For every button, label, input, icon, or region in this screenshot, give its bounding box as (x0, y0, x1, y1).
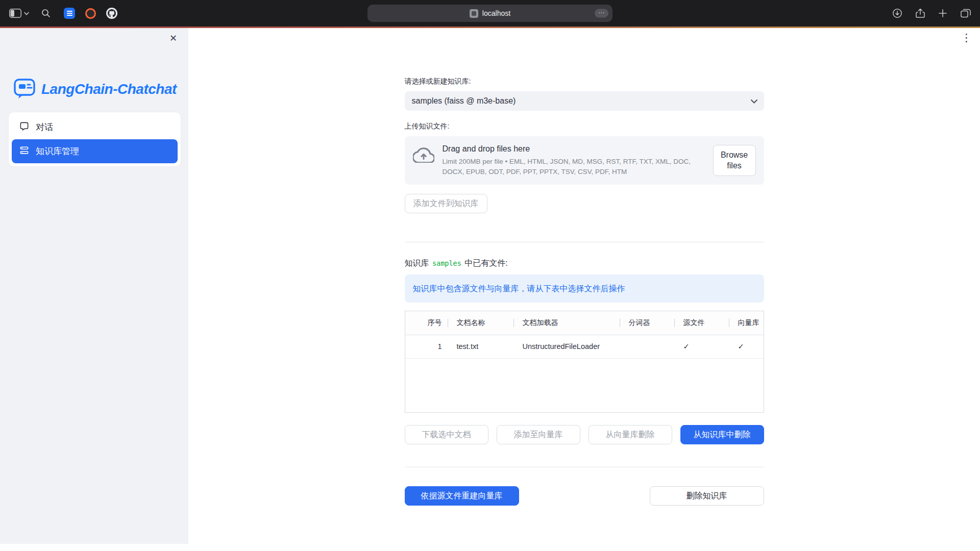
browser-chrome: localhost ⋯ (0, 0, 980, 27)
cell-loader: UnstructuredFileLoader (513, 335, 620, 358)
tab-overview-icon[interactable] (961, 9, 971, 18)
url-text: localhost (482, 9, 510, 17)
kb-bottom-buttons: 依据源文件重建向量库 删除知识库 (405, 486, 764, 506)
sidebar-nav: 对话 知识库管理 (9, 112, 181, 166)
rebuild-vector-store-button[interactable]: 依据源文件重建向量库 (405, 486, 519, 506)
cell-source-file-check: ✓ (674, 335, 729, 358)
divider (405, 242, 764, 242)
knowledge-base-icon (19, 145, 29, 158)
browse-files-button[interactable]: Browse files (713, 145, 756, 177)
sidebar-item-dialogue[interactable]: 对话 (12, 115, 178, 139)
close-sidebar-icon[interactable]: ✕ (169, 34, 177, 43)
delete-from-kb-button[interactable]: 从知识库中删除 (680, 425, 764, 444)
cell-vector-store-check: ✓ (729, 335, 764, 358)
add-to-vector-store-button[interactable]: 添加至向量库 (497, 425, 580, 444)
site-favicon (470, 9, 478, 18)
table-header-row: 序号 文档名称 文档加载器 分词器 源文件 向量库 (405, 311, 764, 335)
delete-kb-button[interactable]: 删除知识库 (650, 486, 764, 506)
select-chevron-icon (751, 96, 757, 106)
add-files-to-kb-button[interactable]: 添加文件到知识库 (405, 194, 487, 213)
kb-select[interactable]: samples (faiss @ m3e-base) (405, 91, 764, 111)
cell-index: 1 (405, 335, 448, 358)
pinned-tab-orange-icon[interactable] (85, 8, 96, 19)
download-selected-button[interactable]: 下载选中文档 (405, 425, 488, 444)
upload-label: 上传知识文件: (405, 122, 764, 131)
kb-select-value: samples (faiss @ m3e-base) (412, 96, 516, 106)
search-icon[interactable] (41, 9, 51, 18)
kb-files-heading: 知识库 samples 中已有文件: (405, 258, 764, 269)
table-row[interactable]: 1 test.txt UnstructuredFileLoader ✓ ✓ (405, 335, 764, 358)
logo-text: LangChain-Chatchat (41, 81, 177, 97)
github-icon[interactable] (106, 8, 117, 19)
chevron-down-icon[interactable] (24, 12, 29, 15)
kb-name-code: samples (431, 259, 462, 267)
table-header[interactable]: 文档加载器 (513, 311, 620, 335)
cloud-upload-icon (413, 146, 434, 165)
sidebar-toggle-icon[interactable] (9, 9, 21, 18)
uploader-text: Drag and drop files here Limit 200MB per… (443, 144, 705, 177)
sidebar-item-knowledge-base[interactable]: 知识库管理 (12, 139, 178, 163)
overflow-menu-icon[interactable]: ⋮ (961, 32, 972, 43)
sidebar-item-label: 对话 (36, 121, 53, 133)
kb-heading-prefix: 知识库 (405, 259, 431, 267)
cell-doc-name: test.txt (448, 335, 513, 358)
table-header[interactable]: 向量库 (729, 311, 764, 335)
logo-icon (13, 78, 36, 101)
cell-splitter (620, 335, 674, 358)
table-header[interactable]: 文档名称 (448, 311, 513, 335)
sidebar-item-label: 知识库管理 (36, 145, 79, 157)
chat-icon (19, 121, 29, 134)
file-uploader-dropzone[interactable]: Drag and drop files here Limit 200MB per… (405, 136, 764, 185)
new-tab-icon[interactable] (938, 9, 947, 18)
main-area: ⋮ 请选择或新建知识库: samples (faiss @ m3e-base) … (188, 28, 980, 551)
kb-select-label: 请选择或新建知识库: (405, 77, 764, 86)
upload-limit-text: Limit 200MB per file • EML, HTML, JSON, … (443, 157, 705, 177)
app-logo: LangChain-Chatchat (13, 78, 177, 101)
page-settings-icon[interactable]: ⋯ (595, 9, 608, 18)
drag-drop-text: Drag and drop files here (443, 144, 705, 154)
content-column: 请选择或新建知识库: samples (faiss @ m3e-base) 上传… (405, 28, 764, 506)
table-header[interactable]: 序号 (405, 311, 448, 335)
downloads-icon[interactable] (892, 8, 902, 18)
kb-files-table[interactable]: 序号 文档名称 文档加载器 分词器 源文件 向量库 1 test (405, 311, 764, 413)
divider (405, 467, 764, 467)
table-header[interactable]: 分词器 (620, 311, 674, 335)
app-page: ✕ LangChain-Chatchat 对话 (0, 28, 980, 551)
info-alert: 知识库中包含源文件与向量库，请从下表中选择文件后操作 (405, 274, 764, 303)
browser-window: localhost ⋯ ✕ (0, 0, 980, 551)
address-bar[interactable]: localhost ⋯ (368, 5, 612, 22)
share-icon[interactable] (916, 8, 925, 18)
table-header[interactable]: 源文件 (674, 311, 729, 335)
kb-heading-suffix: 中已有文件: (462, 259, 508, 267)
delete-from-vector-store-button[interactable]: 从向量库删除 (589, 425, 672, 444)
sidebar: ✕ LangChain-Chatchat 对话 (0, 28, 188, 544)
pinned-tab-blue-icon[interactable] (64, 8, 75, 19)
table-action-buttons: 下载选中文档 添加至向量库 从向量库删除 从知识库中删除 (405, 425, 764, 444)
